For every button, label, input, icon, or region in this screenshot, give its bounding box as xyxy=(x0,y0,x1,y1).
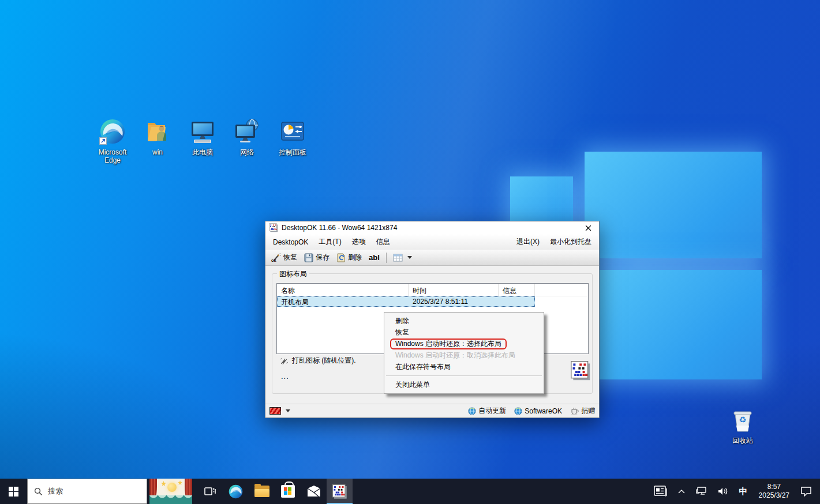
lightning-icon xyxy=(280,356,289,365)
delete-label: 删除 xyxy=(348,253,362,262)
clock-time: 8:57 xyxy=(759,483,789,491)
taskbar: 搜索 xyxy=(0,479,820,504)
color-swatch[interactable] xyxy=(269,407,281,415)
restore-wand-icon: ok xyxy=(271,253,281,262)
coffee-cup-icon xyxy=(570,407,579,415)
chevron-down-icon[interactable] xyxy=(286,409,290,412)
desktop-icon-control-panel[interactable]: 控制面板 xyxy=(270,118,315,156)
restore-button[interactable]: ok 恢复 xyxy=(268,251,301,264)
column-header-empty xyxy=(535,284,588,296)
save-button[interactable]: 保存 xyxy=(301,251,333,264)
desktop-icon-network[interactable]: 网络 xyxy=(224,118,269,156)
news-interests-button[interactable] xyxy=(649,479,673,504)
microsoft-store-icon xyxy=(281,485,295,498)
user-folder-icon xyxy=(144,118,171,145)
table-row-selected[interactable]: 开机布局 2025/3/27 8:51:11 xyxy=(277,296,535,307)
title-bar[interactable]: DesktopOK 11.66 - Wow64 820x504 xyxy=(265,221,599,234)
action-center-button[interactable] xyxy=(795,479,820,504)
red-highlight-box: Windows 启动时还原：选择此布局 xyxy=(390,338,507,349)
volume-tray-button[interactable] xyxy=(712,479,734,504)
taskbar-file-explorer-button[interactable] xyxy=(249,479,275,504)
widget-waves xyxy=(149,495,192,504)
taskbar-desktopok-button[interactable] xyxy=(327,479,353,504)
close-icon xyxy=(585,225,591,231)
mail-icon xyxy=(306,484,321,499)
auto-update-link[interactable]: 自动更新 xyxy=(468,406,506,416)
statusbar-links: 自动更新 SoftwareOK 捐赠 xyxy=(468,406,595,416)
desktop-icon-win-folder[interactable]: win xyxy=(135,118,180,156)
desktop-icon-recycle-bin[interactable]: ♻ 回收站 xyxy=(720,406,765,445)
view-columns-button[interactable] xyxy=(390,252,415,264)
column-header-name[interactable]: 名称 xyxy=(277,284,409,296)
column-header-time[interactable]: 时间 xyxy=(409,284,499,296)
svg-text:ok: ok xyxy=(271,258,277,262)
column-header-info[interactable]: 信息 xyxy=(499,284,535,296)
svg-text:♻: ♻ xyxy=(739,415,746,424)
widgets-weather-button[interactable] xyxy=(149,479,192,504)
shuffle-icons-button[interactable]: 打乱图标 (随机位置). xyxy=(280,356,356,366)
hidden-icons-chevron[interactable] xyxy=(673,479,690,504)
toolbar: ok 恢复 保存 删除 xyxy=(265,250,599,266)
moon-icon xyxy=(167,483,177,492)
wallpaper-window-pane xyxy=(585,270,762,379)
delete-button[interactable]: 删除 xyxy=(333,251,365,264)
desktop-icon-label: win xyxy=(135,148,180,156)
auto-update-label: 自动更新 xyxy=(478,406,506,416)
context-menu-item-delete[interactable]: 删除 xyxy=(384,315,544,326)
desktop-icon-label: 控制面板 xyxy=(270,148,315,156)
app-icon xyxy=(269,223,278,232)
menu-minimize-to-tray[interactable]: 最小化到托盘 xyxy=(545,234,597,250)
softwareok-link[interactable]: SoftwareOK xyxy=(514,407,562,415)
control-panel-icon xyxy=(279,118,306,145)
desktopok-icon xyxy=(332,484,347,499)
menu-exit[interactable]: 退出(X) xyxy=(511,234,545,250)
desktop-icon-label: 此电脑 xyxy=(180,148,225,156)
network-tray-button[interactable] xyxy=(690,479,712,504)
context-menu-separator xyxy=(386,375,542,376)
softwareok-label: SoftwareOK xyxy=(525,407,562,415)
search-icon xyxy=(34,487,43,496)
menu-desktopok[interactable]: DesktopOK xyxy=(268,235,313,249)
menu-options[interactable]: 选项 xyxy=(347,234,371,250)
save-label: 保存 xyxy=(316,253,330,262)
menu-bar: DesktopOK 工具(T) 选项 信息 退出(X) 最小化到托盘 xyxy=(265,234,599,250)
computer-icon xyxy=(189,118,216,145)
chevron-down-icon xyxy=(407,256,412,259)
taskbar-store-button[interactable] xyxy=(275,479,301,504)
taskbar-clock[interactable]: 8:57 2025/3/27 xyxy=(753,483,795,500)
desktop-icon-edge[interactable]: Microsoft Edge xyxy=(90,118,135,164)
action-center-icon xyxy=(800,486,812,497)
row-time: 2025/3/27 8:51:11 xyxy=(409,296,499,307)
task-view-icon xyxy=(204,485,216,498)
task-view-button[interactable] xyxy=(197,479,223,504)
clock-date: 2025/3/27 xyxy=(759,491,789,500)
menu-info[interactable]: 信息 xyxy=(371,234,395,250)
context-menu-item-restore-on-startup-select[interactable]: Windows 启动时还原：选择此布局 xyxy=(384,338,544,349)
taskbar-mail-button[interactable] xyxy=(301,479,327,504)
start-button[interactable] xyxy=(0,479,27,504)
toolbar-separator xyxy=(386,253,387,263)
menu-tools[interactable]: 工具(T) xyxy=(313,234,346,250)
taskbar-edge-button[interactable] xyxy=(223,479,249,504)
desktop-icon-this-pc[interactable]: 此电脑 xyxy=(180,118,225,156)
search-placeholder: 搜索 xyxy=(48,486,63,497)
context-menu-item-close-menu[interactable]: 关闭此菜单 xyxy=(384,379,544,390)
taskbar-search-input[interactable]: 搜索 xyxy=(27,479,147,504)
row-name: 开机布局 xyxy=(277,296,409,307)
desktop: Microsoft Edge win 此电脑 xyxy=(0,0,820,504)
context-menu-item-restore[interactable]: 恢复 xyxy=(384,326,544,338)
save-icon xyxy=(304,253,313,262)
file-explorer-icon xyxy=(254,486,269,497)
windows-logo-icon xyxy=(9,487,18,497)
ime-indicator[interactable]: 中 xyxy=(734,479,753,504)
desktop-icon-label: Microsoft Edge xyxy=(90,148,135,164)
rename-button[interactable]: abl xyxy=(365,251,383,264)
close-button[interactable] xyxy=(577,221,599,234)
table-view-icon xyxy=(393,254,403,262)
row-info xyxy=(499,296,535,307)
more-link[interactable]: ... xyxy=(281,372,289,381)
status-bar: 自动更新 SoftwareOK 捐赠 xyxy=(265,404,599,418)
restore-label: 恢复 xyxy=(283,253,297,262)
context-menu-item-save-symbol-layout[interactable]: 在此保存符号布局 xyxy=(384,361,544,373)
donate-link[interactable]: 捐赠 xyxy=(570,406,595,416)
